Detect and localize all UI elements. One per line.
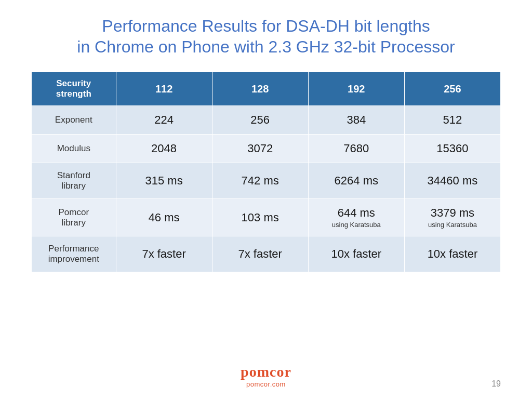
row-cell: 512 — [404, 106, 500, 135]
row-cell: 7680 — [308, 135, 404, 163]
slide: Performance Results for DSA-DH bit lengt… — [0, 0, 532, 399]
header-col2: 128 — [212, 72, 308, 106]
table-row: Exponent 224 256 384 512 — [32, 106, 501, 135]
data-table: Securitystrength 112 128 192 256 Exponen… — [31, 72, 501, 272]
table-row: Modulus 2048 3072 7680 15360 — [32, 135, 501, 163]
row-cell: 10x faster — [404, 236, 500, 272]
row-cell: 224 — [116, 106, 212, 135]
title-line2: in Chrome on Phone with 2.3 GHz 32-bit P… — [77, 37, 455, 56]
table-row: Pomcorlibrary 46 ms 103 ms 644 msusing K… — [32, 199, 501, 236]
row-cell: 34460 ms — [404, 163, 500, 199]
row-cell: 10x faster — [308, 236, 404, 272]
header-col1: 112 — [116, 72, 212, 106]
header-col0: Securitystrength — [32, 72, 116, 106]
row-cell: 315 ms — [116, 163, 212, 199]
row-cell: 3072 — [212, 135, 308, 163]
pomcor-logo-url: pomcor.com — [246, 380, 286, 388]
row-cell: 3379 msusing Karatsuba — [404, 199, 500, 236]
row-label-modulus: Modulus — [32, 135, 116, 163]
row-cell: 256 — [212, 106, 308, 135]
table-row: Stanfordlibrary 315 ms 742 ms 6264 ms 34… — [32, 163, 501, 199]
row-label-exponent: Exponent — [32, 106, 116, 135]
row-cell: 7x faster — [212, 236, 308, 272]
row-label-performance: Performanceimprovement — [32, 236, 116, 272]
page-number: 19 — [491, 379, 501, 389]
row-cell: 103 ms — [212, 199, 308, 236]
header-col4: 256 — [404, 72, 500, 106]
header-col3: 192 — [308, 72, 404, 106]
slide-title: Performance Results for DSA-DH bit lengt… — [31, 16, 501, 57]
table-header-row: Securitystrength 112 128 192 256 — [32, 72, 501, 106]
row-cell: 2048 — [116, 135, 212, 163]
row-cell: 384 — [308, 106, 404, 135]
title-line1: Performance Results for DSA-DH bit lengt… — [102, 17, 430, 35]
table-row: Performanceimprovement 7x faster 7x fast… — [32, 236, 501, 272]
row-cell: 46 ms — [116, 199, 212, 236]
row-cell: 644 msusing Karatsuba — [308, 199, 404, 236]
row-cell: 7x faster — [116, 236, 212, 272]
pomcor-logo: pomcor pomcor.com — [241, 364, 291, 388]
footer: pomcor pomcor.com 19 — [31, 363, 501, 389]
row-cell: 15360 — [404, 135, 500, 163]
table-wrapper: Securitystrength 112 128 192 256 Exponen… — [31, 72, 501, 356]
row-cell: 742 ms — [212, 163, 308, 199]
row-label-stanford: Stanfordlibrary — [32, 163, 116, 199]
row-cell: 6264 ms — [308, 163, 404, 199]
row-label-pomcor: Pomcorlibrary — [32, 199, 116, 236]
pomcor-logo-text: pomcor — [241, 364, 291, 380]
